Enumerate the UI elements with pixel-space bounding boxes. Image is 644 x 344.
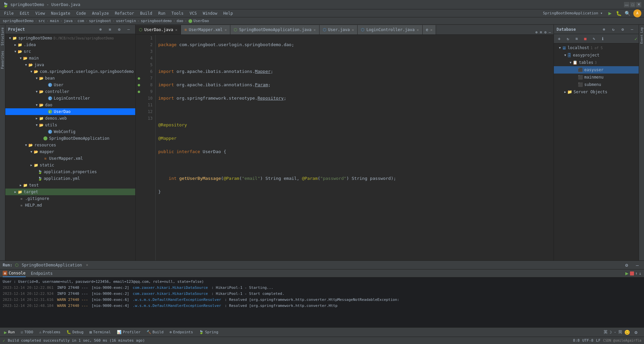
db-easyproject[interactable]: ▼ 🗄 easyproject [554, 51, 639, 59]
console-tab-active[interactable]: ▤ Console [3, 269, 26, 277]
db-mainmenu[interactable]: ▶ ⬛ mainmenu [554, 74, 639, 81]
tree-resources[interactable]: ▼ 📂 resources [5, 142, 135, 148]
menu-build[interactable]: Build [138, 10, 155, 16]
tree-springbootapp[interactable]: ▶ SpringBootDemoApplication [5, 135, 135, 142]
db-stop-icon[interactable]: ■ [581, 35, 589, 43]
db-tables[interactable]: ▼ 📋 tables 3 [554, 59, 639, 66]
tree-root[interactable]: ▼ 📁 springBootDemo D:/NCB/ncb/Java/sprin… [5, 35, 135, 41]
tab-extra-close[interactable]: ✕ [430, 28, 433, 32]
tree-dao[interactable]: ▼ 📂 dao [5, 102, 135, 108]
menu-refactor[interactable]: Refactor [112, 10, 137, 16]
search-button[interactable]: 🔍 [623, 9, 631, 17]
db-add-icon[interactable]: + [555, 35, 563, 43]
tree-gitignore[interactable]: ≡ .gitignore [5, 195, 135, 202]
tab-user[interactable]: ⬡ User.java ✕ [319, 25, 358, 34]
ime-settings-icon[interactable]: ⚙ [632, 328, 640, 336]
tree-java[interactable]: ▼ 📂 java [5, 62, 135, 68]
db-info-icon[interactable]: ℹ [599, 35, 607, 43]
tree-user-java[interactable]: ▶ C User [5, 82, 135, 88]
db-locate-icon[interactable]: ⊕ [600, 25, 608, 33]
db-submenu[interactable]: ▶ ⬛ submenu [554, 81, 639, 88]
run-panel-min-icon[interactable]: — [633, 261, 641, 269]
menu-window[interactable]: Window [200, 10, 220, 16]
run-play-icon[interactable]: ▶ [625, 270, 629, 276]
favorites-tab[interactable]: Favorites [1, 51, 4, 69]
problems-tool-item[interactable]: ⚠ Problems [36, 329, 63, 335]
tab-logincontroller-close[interactable]: ✕ [417, 28, 419, 32]
breadcrumb-item[interactable]: springboot [89, 19, 111, 23]
terminal-tool-item[interactable]: ▤ Terminal [87, 329, 114, 335]
panel-locate-icon[interactable]: ⊕ [96, 25, 104, 33]
menu-run[interactable]: Run [156, 10, 168, 16]
tab-springbootapp-close[interactable]: ✕ [313, 28, 316, 32]
breadcrumb-item[interactable]: springbootdemo [141, 19, 172, 23]
tree-logincontroller[interactable]: ▶ C LoginController [5, 95, 135, 102]
tree-main[interactable]: ▼ 📂 main [5, 55, 135, 62]
menu-navigate[interactable]: Navigate [48, 10, 73, 16]
run-tool-item[interactable]: ▶ Run [1, 329, 17, 336]
menu-analyze[interactable]: Analyze [89, 10, 112, 16]
tree-bean[interactable]: ▼ 📂 bean [5, 75, 135, 82]
tree-static[interactable]: ▶ 📁 static [5, 162, 135, 168]
endpoints-tool-item[interactable]: ⊕ Endpoints [167, 329, 196, 335]
structure-tab[interactable]: Structure [1, 27, 4, 45]
db-refresh2-icon[interactable]: ↻ [564, 35, 572, 43]
tree-controller[interactable]: ▼ 📂 controller [5, 88, 135, 95]
todo-tool-item[interactable]: ☑ TODO [18, 329, 36, 335]
tree-test[interactable]: ▶ 📁 test [5, 182, 135, 189]
menu-vcs[interactable]: VCS [187, 10, 200, 16]
debug-button[interactable]: 🐛 [615, 9, 623, 17]
maximize-button[interactable]: □ [630, 2, 635, 7]
db-server-objects[interactable]: ▶ 📁 Server Objects [554, 88, 639, 96]
close-button[interactable]: ✕ [636, 2, 641, 7]
profiler-tool-item[interactable]: 📊 Profiler [114, 329, 143, 335]
menu-edit[interactable]: Edit [17, 10, 32, 16]
event-log-tab[interactable]: Event Log [639, 26, 644, 45]
run-settings-icon[interactable]: ⚙ [623, 261, 631, 269]
debug-tool-item[interactable]: 🐛 Debug [64, 329, 86, 335]
code-editor[interactable]: ● ● ● 12345 678910 111213 package com.sp… [136, 35, 554, 260]
tree-usermapper[interactable]: ▶ ≋ UserMapper.xml [5, 155, 135, 162]
breadcrumb-item[interactable]: springBootDemo [3, 19, 34, 23]
db-refresh-icon[interactable]: ↻ [609, 25, 617, 33]
tree-demosweb[interactable]: ▶ 📁 demos.web [5, 115, 135, 122]
panel-minimize-icon[interactable]: — [125, 25, 133, 33]
breadcrumb-item[interactable]: java [64, 19, 73, 23]
tree-appyml[interactable]: ▶ 🍃 application.yml [5, 175, 135, 182]
tree-com[interactable]: ▼ 📂 com.springboot.userlogin.springbootd… [5, 68, 135, 75]
tree-helpmd[interactable]: ≡ HELP.md [5, 202, 135, 209]
menu-code[interactable]: Code [74, 10, 89, 16]
menu-help[interactable]: Help [221, 10, 236, 16]
breadcrumb-item[interactable]: main [50, 19, 59, 23]
tree-target[interactable]: ▶ 📁 target [5, 189, 135, 195]
breadcrumb-item-current[interactable]: UserDao [194, 19, 209, 23]
tree-appprops[interactable]: ▶ 🍃 application.properties [5, 168, 135, 175]
tree-userdao[interactable]: ▶ I UserDao [5, 108, 135, 115]
db-localhost[interactable]: ▼ 🖥 localhost 1 of 5 [554, 44, 639, 51]
tree-src[interactable]: ▼ 📂 src [5, 48, 135, 55]
db-minimize-icon[interactable]: — [628, 25, 636, 33]
tab-usermapper[interactable]: ≋ UserMapper.xml ✕ [181, 25, 230, 34]
build-tool-item[interactable]: 🔨 Build [144, 329, 166, 335]
menu-tools[interactable]: Tools [169, 10, 186, 16]
menu-view[interactable]: View [33, 10, 48, 16]
tab-usermapper-close[interactable]: ✕ [225, 28, 227, 32]
db-easyuser[interactable]: ▶ ⬛ easyuser [554, 66, 639, 74]
panel-settings-icon[interactable]: ⚙ [115, 25, 123, 33]
menu-file[interactable]: File [1, 10, 16, 16]
breadcrumb-item[interactable]: dao [177, 19, 183, 23]
run-button[interactable]: ▶ [606, 9, 614, 17]
panel-expand-icon[interactable]: ≡ [106, 25, 114, 33]
tree-idea[interactable]: ▶ 📁 .idea [5, 41, 135, 48]
minimize-button[interactable]: — [624, 2, 629, 7]
spring-tool-item[interactable]: 🍃 Spring [196, 329, 221, 335]
tree-webconfig[interactable]: ▶ C WebConfig [5, 128, 135, 135]
breadcrumb-item[interactable]: com [77, 19, 84, 23]
db-schema-icon[interactable]: ≋ [573, 35, 581, 43]
run-scroll-down[interactable]: ↓ [639, 271, 641, 276]
tab-user-close[interactable]: ✕ [352, 28, 354, 32]
tab-userdao-close[interactable]: ✕ [175, 28, 178, 32]
tab-springbootapp[interactable]: ⬡ SpringBootDemoApplication.java ✕ [230, 25, 319, 34]
run-close-icon[interactable]: ✕ [86, 263, 88, 267]
tab-logincontroller[interactable]: ⬡ LoginController.java ✕ [358, 25, 422, 34]
